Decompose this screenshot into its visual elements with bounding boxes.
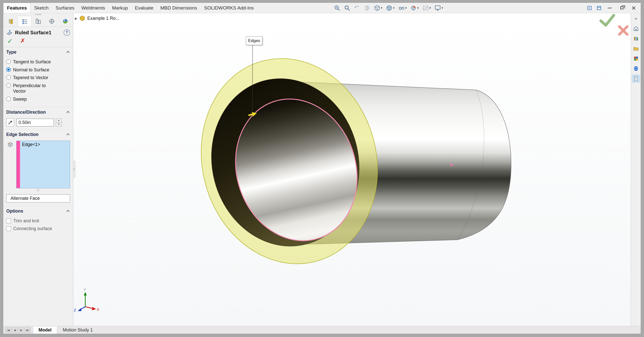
checkbox-label: Trim and knit: [13, 218, 39, 224]
display-manager-tab[interactable]: [59, 16, 72, 27]
hide-show-items-icon[interactable]: ▾: [397, 4, 408, 12]
tab-evaluate[interactable]: Evaluate: [131, 3, 157, 13]
collapse-chevron-icon[interactable]: [67, 210, 70, 213]
tab-sketch[interactable]: Sketch: [31, 3, 52, 13]
3dexperience-icon[interactable]: [632, 65, 640, 72]
solidworks-resources-icon[interactable]: [632, 25, 640, 32]
dropdown-caret-icon[interactable]: ▾: [381, 6, 383, 10]
design-library-icon[interactable]: [632, 35, 640, 42]
radio-normal-to-surface[interactable]: Normal to Surface: [6, 67, 70, 73]
command-tabs: Features Sketch Surfaces Weldments Marku…: [3, 3, 257, 13]
radio-perpendicular-to-vector[interactable]: Perpendicular to Vector: [6, 83, 70, 94]
tab-mbd-dimensions[interactable]: MBD Dimensions: [157, 3, 201, 13]
solidworks-app: { "window": { "controls": ["minimize", "…: [0, 0, 644, 337]
frame-tag-icon[interactable]: [585, 4, 594, 12]
z-axis-label: Z: [74, 308, 76, 312]
direction-reference-icon[interactable]: [6, 118, 14, 126]
listbox-resize-handle[interactable]: [37, 189, 39, 191]
radio-tapered-to-vector[interactable]: Tapered to Vector: [6, 75, 70, 81]
panel-splitter-handle[interactable]: [73, 161, 75, 178]
radio-tangent-to-surface[interactable]: Tangent to Surface: [6, 59, 70, 65]
edges-callout[interactable]: Edges: [246, 36, 262, 45]
pm-title-row: Ruled Surface1 ?: [3, 27, 73, 37]
file-explorer-icon[interactable]: [632, 45, 640, 52]
restore-button[interactable]: [616, 4, 627, 12]
property-manager-tab[interactable]: [18, 16, 32, 27]
radio-label: Tapered to Vector: [13, 75, 48, 81]
view-settings-icon[interactable]: ▾: [433, 4, 445, 12]
panel-collapse-handle[interactable]: [3, 13, 73, 16]
spin-up-button[interactable]: ▲: [56, 119, 62, 123]
checkbox-trim-and-knit[interactable]: Trim and knit: [6, 218, 70, 224]
collapse-pane-icon[interactable]: «: [632, 15, 640, 22]
dropdown-caret-icon[interactable]: ▾: [417, 6, 419, 10]
graphics-viewport[interactable]: Y X Z ▶ Example 1 Ro... Edges: [73, 13, 631, 326]
distance-section-header[interactable]: Distance/Direction: [3, 107, 73, 116]
close-button[interactable]: [628, 4, 639, 12]
dropdown-caret-icon[interactable]: ▾: [393, 6, 395, 10]
edge-header-label: Edge Selection: [6, 132, 39, 137]
zoom-to-fit-icon[interactable]: [332, 4, 342, 12]
appearances-scenes-icon[interactable]: [632, 55, 640, 62]
radio-icon-checked: [6, 67, 11, 72]
model-tab[interactable]: Model: [33, 326, 57, 334]
minimize-button[interactable]: [604, 4, 615, 12]
previous-view-icon[interactable]: [352, 4, 362, 12]
confirm-cancel-button[interactable]: [619, 27, 627, 35]
tab-solidworks-addins[interactable]: SOLIDWORKS Add-Ins: [201, 3, 257, 13]
document-tab-bar: |◀ ◀ ▶ ▶| Model Motion Study 1: [3, 326, 641, 334]
distance-input[interactable]: 0.50in: [16, 119, 54, 126]
apply-scene-icon[interactable]: ▾: [421, 4, 433, 12]
configuration-manager-icon: [35, 18, 42, 25]
property-manager-panel: Ruled Surface1 ? ✓ ✗ Type Tangent to Sur…: [3, 13, 73, 326]
solidworks-window: Features Sketch Surfaces Weldments Marku…: [3, 3, 641, 334]
checkbox-connecting-surface[interactable]: Connecting surface: [6, 226, 70, 231]
frame-window-icon[interactable]: [595, 4, 603, 12]
selection-color-strip: [17, 141, 20, 188]
alternate-face-button[interactable]: Alternate Face: [6, 194, 70, 203]
tab-weldments[interactable]: Weldments: [78, 3, 109, 13]
spin-down-button[interactable]: ▼: [56, 123, 62, 126]
breadcrumb[interactable]: ▶ Example 1 Ro...: [75, 15, 119, 21]
ruled-surface-icon: [6, 29, 13, 36]
edge-selection-listbox[interactable]: Edge<1>: [16, 141, 70, 188]
section-view-icon[interactable]: [362, 4, 372, 12]
edge-section-header[interactable]: Edge Selection: [3, 130, 73, 139]
radio-sweep[interactable]: Sweep: [6, 96, 70, 102]
type-header-label: Type: [6, 50, 17, 55]
feature-manager-tab[interactable]: [4, 16, 18, 27]
cancel-button[interactable]: ✗: [20, 38, 25, 44]
confirm-ok-button[interactable]: [601, 15, 614, 25]
next-tab-button[interactable]: ▶: [18, 327, 24, 333]
reference-triad: Y X Z: [74, 287, 99, 312]
dropdown-caret-icon[interactable]: ▾: [405, 6, 407, 10]
last-tab-button[interactable]: ▶|: [25, 327, 31, 333]
radio-label: Normal to Surface: [13, 67, 49, 73]
collapse-chevron-icon[interactable]: [67, 133, 70, 137]
ok-button[interactable]: ✓: [7, 38, 13, 44]
tab-markup[interactable]: Markup: [109, 3, 131, 13]
type-section-header[interactable]: Type: [3, 47, 73, 56]
zoom-to-area-icon[interactable]: [342, 4, 352, 12]
custom-properties-icon[interactable]: [632, 75, 640, 82]
first-tab-button[interactable]: |◀: [5, 327, 11, 333]
dropdown-caret-icon[interactable]: ▾: [441, 6, 443, 10]
tab-features[interactable]: Features: [3, 3, 31, 13]
dimxpert-manager-tab[interactable]: [45, 16, 59, 27]
configuration-manager-tab[interactable]: [32, 16, 45, 27]
radio-icon: [6, 59, 11, 64]
display-style-icon[interactable]: ▾: [384, 4, 396, 12]
edit-appearance-icon[interactable]: ▾: [409, 4, 420, 12]
options-section-header[interactable]: Options: [3, 206, 73, 215]
previous-tab-button[interactable]: ◀: [12, 327, 18, 333]
edge-list-item[interactable]: Edge<1>: [22, 142, 68, 147]
dropdown-caret-icon[interactable]: ▾: [429, 6, 431, 10]
view-orientation-icon[interactable]: ▾: [372, 4, 384, 12]
collapse-chevron-icon[interactable]: [67, 51, 70, 54]
help-icon[interactable]: ?: [64, 29, 70, 36]
tab-surfaces[interactable]: Surfaces: [52, 3, 78, 13]
property-manager-icon: [22, 18, 28, 25]
flyout-arrow-icon[interactable]: ▶: [75, 17, 77, 20]
motion-study-tab[interactable]: Motion Study 1: [57, 326, 98, 334]
collapse-chevron-icon[interactable]: [67, 111, 70, 114]
